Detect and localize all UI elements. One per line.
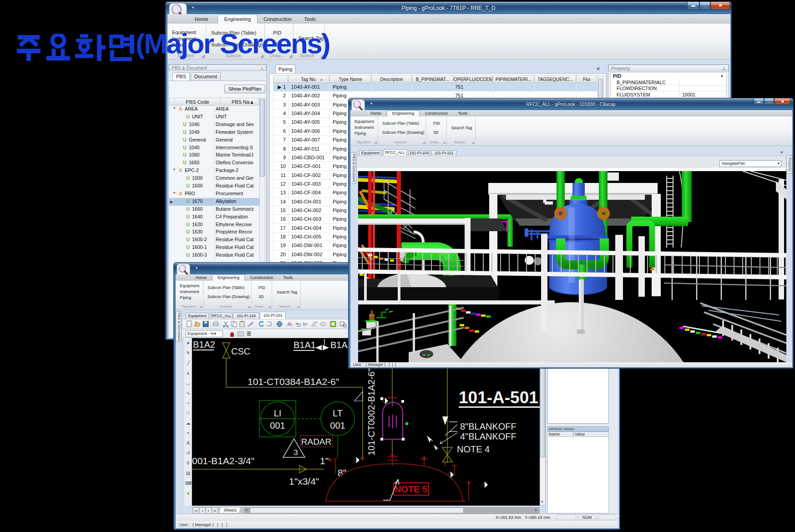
svg-text:1"x3/4": 1"x3/4"	[289, 476, 319, 486]
svg-text:101-A-501: 101-A-501	[459, 388, 538, 407]
svg-text:1": 1"	[320, 456, 329, 466]
svg-text:CSC: CSC	[231, 346, 250, 356]
svg-text:RADAR: RADAR	[301, 437, 332, 446]
svg-text:B1A2: B1A2	[193, 339, 215, 350]
svg-text:101-CT0384-B1A2-6": 101-CT0384-B1A2-6"	[248, 376, 339, 387]
svg-text:LT: LT	[333, 408, 343, 418]
svg-text:LI: LI	[274, 408, 282, 418]
svg-text:001: 001	[270, 421, 285, 431]
svg-text:3: 3	[294, 448, 298, 457]
svg-text:NOTE 4: NOTE 4	[457, 444, 490, 454]
svg-text:001-B1A2-3/4": 001-B1A2-3/4"	[192, 456, 254, 466]
svg-text:001: 001	[330, 421, 345, 431]
svg-text:6: 6	[306, 322, 308, 325]
svg-text:N: N	[288, 323, 291, 327]
svg-text:4"BLANKOFF: 4"BLANKOFF	[460, 431, 516, 441]
svg-text:101-CT0002-B1A2-6": 101-CT0002-B1A2-6"	[366, 368, 376, 456]
svg-text:8"BLANKOFF: 8"BLANKOFF	[460, 421, 516, 431]
svg-text:B1A1: B1A1	[294, 340, 316, 350]
svg-text:NOTE 5: NOTE 5	[395, 484, 427, 494]
